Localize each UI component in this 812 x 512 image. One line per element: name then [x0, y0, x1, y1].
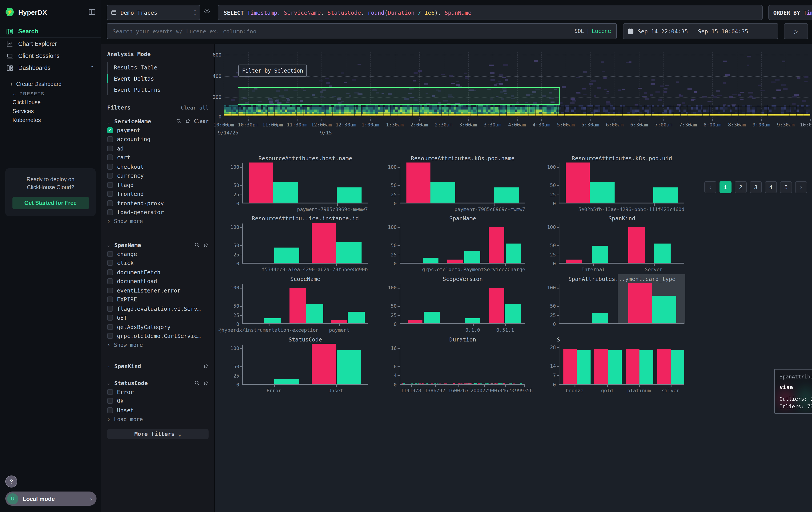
filter-group-header[interactable]: ⌄SpanName [107, 240, 208, 249]
mini-chart-resourceattributes-host-name[interactable]: ResourceAttributes.host.name02550100paym… [242, 163, 368, 204]
more-filters-button[interactable]: More filters⌄ [107, 429, 208, 439]
language-toggle[interactable]: SQL|Lucene [574, 28, 611, 34]
checkbox-unchecked[interactable] [107, 260, 113, 266]
filter-group-header[interactable]: ›SpanKind [107, 361, 208, 371]
analysis-mode-event-patterns[interactable]: Event Patterns [108, 84, 208, 95]
date-range-picker[interactable]: Sep 14 22:04:35 - Sep 15 10:04:35 [623, 23, 778, 39]
checkbox-unchecked[interactable] [107, 182, 113, 188]
filter-checkbox-row[interactable]: Error [107, 387, 208, 397]
page-button-4[interactable]: 4 [765, 181, 777, 193]
filter-group-header[interactable]: ⌄StatusCode [107, 378, 208, 387]
run-query-button[interactable]: ▷ [784, 23, 808, 39]
filter-checkbox-row[interactable]: cart [107, 153, 208, 162]
preset-kubernetes[interactable]: Kubernetes [0, 116, 101, 125]
source-select[interactable]: Demo Traces ⌃⌄ [107, 5, 200, 20]
heatmap-plot[interactable] [224, 52, 810, 118]
filter-checkbox-row[interactable]: flagd [107, 180, 208, 189]
checkbox-checked[interactable]: ✓ [107, 127, 113, 133]
checkbox-unchecked[interactable] [107, 136, 113, 142]
pin-icon[interactable] [203, 363, 208, 369]
sidebar-item-dashboards[interactable]: Dashboards⌃ [0, 62, 101, 74]
mini-chart-statuscode[interactable]: StatusCode02550100ErrorUnset [242, 345, 368, 385]
checkbox-unchecked[interactable] [107, 315, 113, 321]
filter-by-selection-button[interactable]: Filter by Selection [238, 64, 307, 77]
checkbox-unchecked[interactable] [107, 398, 113, 404]
checkbox-unchecked[interactable] [107, 173, 113, 179]
mini-chart-scopeversion[interactable]: ScopeVersion025501000.1.00.51.1 [400, 284, 525, 324]
checkbox-unchecked[interactable] [107, 407, 113, 413]
filter-checkbox-row[interactable]: frontend [107, 189, 208, 198]
search-input[interactable]: Search your events w/ Lucene ex. column:… [107, 23, 617, 39]
filter-checkbox-row[interactable]: flagd.evaluation.v1.Serv… [107, 304, 208, 313]
mini-chart-spankind[interactable]: SpanKind02550100InternalServer [559, 223, 685, 264]
clear-all-filters[interactable]: Clear all [181, 104, 208, 111]
filter-checkbox-row[interactable]: getAdsByCategory [107, 322, 208, 331]
page-button-5[interactable]: 5 [780, 181, 792, 193]
checkbox-unchecked[interactable] [107, 269, 113, 275]
filter-checkbox-row[interactable]: documentLoad [107, 277, 208, 286]
help-button[interactable]: ? [5, 476, 17, 487]
page-button-2[interactable]: 2 [735, 181, 747, 193]
gear-icon[interactable] [204, 8, 210, 15]
page-next-button[interactable]: › [795, 181, 807, 193]
pin-icon[interactable] [203, 380, 208, 385]
filter-show-more[interactable]: ›Load more [107, 415, 208, 424]
search-icon[interactable] [176, 118, 181, 124]
checkbox-unchecked[interactable] [107, 145, 113, 152]
filter-checkbox-row[interactable]: grpc.oteldemo.CartServic… [107, 331, 208, 341]
filter-checkbox-row[interactable]: frontend-proxy [107, 198, 208, 208]
checkbox-unchecked[interactable] [107, 288, 113, 293]
checkbox-unchecked[interactable] [107, 306, 113, 312]
mini-chart-spanattributes-yment-card-type[interactable]: SpanAttributes...yment.card_type02550100 [559, 284, 685, 324]
filter-checkbox-row[interactable]: ✓payment [107, 126, 208, 135]
filter-checkbox-row[interactable]: Ok [107, 397, 208, 406]
analysis-mode-event-deltas[interactable]: Event Deltas [108, 73, 208, 84]
filter-checkbox-row[interactable]: EXPIRE [107, 295, 208, 304]
pin-icon[interactable] [203, 242, 208, 247]
checkbox-unchecked[interactable] [107, 164, 113, 170]
sidebar-item-client-sessions[interactable]: Client Sessions [0, 50, 101, 62]
checkbox-unchecked[interactable] [107, 210, 113, 215]
checkbox-unchecked[interactable] [107, 333, 113, 339]
checkbox-unchecked[interactable] [107, 191, 113, 197]
get-started-button[interactable]: Get Started for Free [12, 197, 89, 209]
filter-checkbox-row[interactable]: Unset [107, 406, 208, 415]
filter-checkbox-row[interactable]: click [107, 259, 208, 268]
filter-checkbox-row[interactable]: accounting [107, 135, 208, 144]
search-icon[interactable] [194, 242, 200, 247]
search-icon[interactable] [194, 380, 200, 385]
checkbox-unchecked[interactable] [107, 297, 113, 302]
filter-show-more[interactable]: ›Show more [107, 217, 208, 226]
mini-chart-spanname[interactable]: SpanName02550100grpc.oteldemo.PaymentSer… [400, 223, 525, 264]
checkbox-unchecked[interactable] [107, 278, 113, 284]
filter-checkbox-row[interactable]: checkout [107, 162, 208, 171]
user-menu[interactable]: U Local mode › [5, 491, 96, 506]
preset-services[interactable]: Services [0, 107, 101, 116]
select-expression-input[interactable]: SELECT Timestamp, ServiceName, StatusCod… [218, 5, 763, 20]
pin-icon[interactable] [185, 118, 190, 124]
filter-checkbox-row[interactable]: eventListener.error [107, 286, 208, 295]
checkbox-unchecked[interactable] [107, 389, 113, 395]
mini-chart-s[interactable]: S071428bronzegoldplatinumsilver [559, 345, 685, 385]
checkbox-unchecked[interactable] [107, 251, 113, 257]
mini-chart-duration[interactable]: Duration04816114197813867921600267200027… [400, 345, 525, 385]
mini-chart-scopename[interactable]: ScopeName02550100@hyperdx/instrumentatio… [242, 284, 368, 324]
mini-chart-resourceattributes-k8s-pod-name[interactable]: ResourceAttributes.k8s.pod.name02550100p… [400, 163, 525, 204]
create-dashboard-button[interactable]: + Create Dashboard [0, 79, 101, 89]
checkbox-unchecked[interactable] [107, 200, 113, 206]
filter-show-more[interactable]: ›Show more [107, 341, 208, 350]
page-prev-button[interactable]: ‹ [704, 181, 716, 193]
analysis-mode-results-table[interactable]: Results Table [108, 62, 208, 73]
checkbox-unchecked[interactable] [107, 324, 113, 330]
filter-group-header[interactable]: ⌄ServiceNameClear [107, 117, 208, 126]
filter-checkbox-row[interactable]: documentFetch [107, 268, 208, 277]
collapse-sidebar-icon[interactable] [88, 8, 96, 16]
filter-checkbox-row[interactable]: currency [107, 171, 208, 180]
heatmap-selection[interactable] [238, 87, 560, 105]
sidebar-item-chart-explorer[interactable]: Chart Explorer [0, 38, 101, 50]
page-button-3[interactable]: 3 [750, 181, 762, 193]
checkbox-unchecked[interactable] [107, 155, 113, 161]
mini-chart-resourceattributes-k8s-pod-uid[interactable]: ResourceAttributes.k8s.pod.uid025501005e… [559, 163, 685, 204]
filter-checkbox-row[interactable]: change [107, 249, 208, 259]
sidebar-item-search[interactable]: Search [0, 25, 101, 38]
